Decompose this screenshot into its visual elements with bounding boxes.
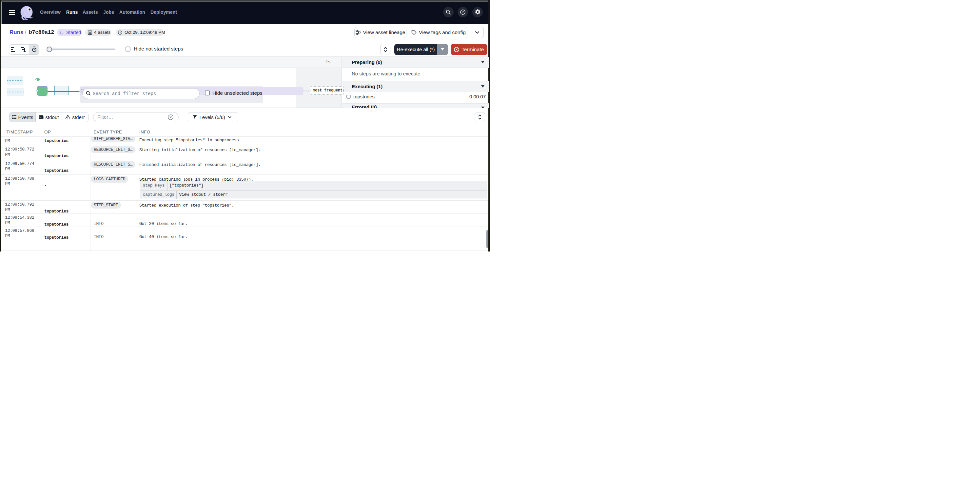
svg-text:?: ? — [462, 10, 464, 14]
